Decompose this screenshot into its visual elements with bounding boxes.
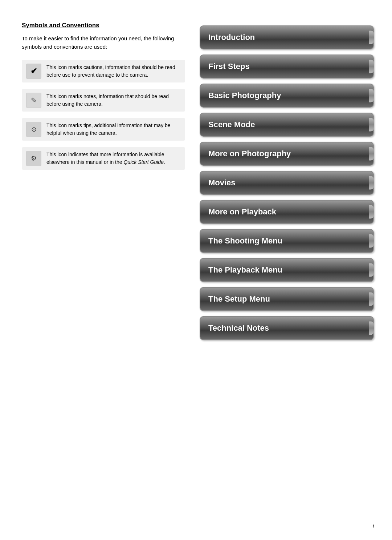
icon-rows-container: ✔This icon marks cautions, information t… xyxy=(22,60,185,170)
tab-button-the-shooting-menu[interactable]: The Shooting Menu xyxy=(200,229,374,253)
left-column: Symbols and Conventions To make it easie… xyxy=(22,22,185,518)
intro-text: To make it easier to find the informatio… xyxy=(22,34,185,51)
tab-button-more-on-playback[interactable]: More on Playback xyxy=(200,200,374,224)
icon-row-2: ⊙This icon marks tips, additional inform… xyxy=(22,118,185,141)
tab-button-the-setup-menu[interactable]: The Setup Menu xyxy=(200,287,374,311)
right-column: IntroductionFirst StepsBasic Photography… xyxy=(200,22,374,518)
icon-symbol-1: ✎ xyxy=(26,93,41,108)
icon-symbol-0: ✔ xyxy=(26,64,41,79)
tab-button-the-playback-menu[interactable]: The Playback Menu xyxy=(200,258,374,282)
tab-button-introduction[interactable]: Introduction xyxy=(200,25,374,49)
page-number: i xyxy=(373,523,374,529)
tabs-container: IntroductionFirst StepsBasic Photography… xyxy=(200,25,374,345)
icon-symbol-3: ⚙ xyxy=(26,151,41,166)
icon-symbol-2: ⊙ xyxy=(26,122,41,137)
tab-button-movies[interactable]: Movies xyxy=(200,171,374,195)
icon-text-3: This icon indicates that more informatio… xyxy=(46,151,181,166)
tab-button-scene-mode[interactable]: Scene Mode xyxy=(200,113,374,137)
tab-button-basic-photography[interactable]: Basic Photography xyxy=(200,84,374,108)
tab-button-more-on-photography[interactable]: More on Photography xyxy=(200,142,374,166)
tab-button-technical-notes[interactable]: Technical Notes xyxy=(200,316,374,340)
section-title: Symbols and Conventions xyxy=(22,22,185,29)
icon-text-2: This icon marks tips, additional informa… xyxy=(46,122,181,137)
icon-row-1: ✎This icon marks notes, information that… xyxy=(22,89,185,112)
icon-text-1: This icon marks notes, information that … xyxy=(46,93,181,108)
icon-row-3: ⚙This icon indicates that more informati… xyxy=(22,147,185,170)
icon-text-0: This icon marks cautions, information th… xyxy=(46,64,181,79)
icon-row-0: ✔This icon marks cautions, information t… xyxy=(22,60,185,82)
page-container: Symbols and Conventions To make it easie… xyxy=(0,0,392,540)
tab-button-first-steps[interactable]: First Steps xyxy=(200,55,374,78)
